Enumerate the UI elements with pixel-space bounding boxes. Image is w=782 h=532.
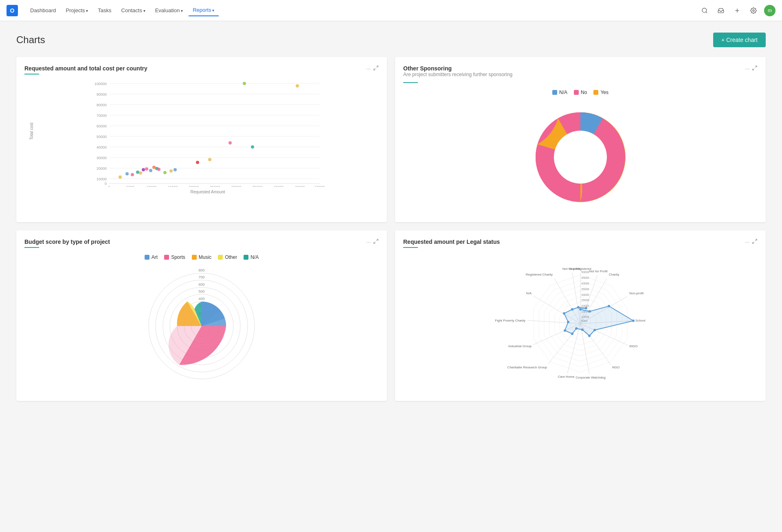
svg-point-52 xyxy=(169,169,173,173)
svg-point-134 xyxy=(589,310,591,313)
svg-point-139 xyxy=(581,328,584,331)
legend-na-polar-label: N/A xyxy=(250,254,259,260)
polar-container: Art Sports Music Other xyxy=(24,254,379,387)
svg-point-141 xyxy=(571,333,573,335)
svg-point-58 xyxy=(243,82,246,85)
donut-chart-card: Other Sponsoring Are project submitters … xyxy=(395,57,766,222)
svg-point-50 xyxy=(157,168,160,171)
svg-point-143 xyxy=(567,321,569,323)
svg-point-54 xyxy=(196,161,199,164)
svg-text:School: School xyxy=(635,319,646,322)
legend-na-polar-dot xyxy=(244,255,248,260)
svg-text:10000: 10000 xyxy=(146,185,156,187)
legend-yes: Yes xyxy=(593,90,608,95)
search-icon[interactable] xyxy=(699,5,710,16)
svg-text:20000: 20000 xyxy=(189,185,199,187)
radar-chart-actions[interactable]: ··· xyxy=(745,239,758,245)
svg-point-137 xyxy=(593,329,596,331)
svg-text:10000: 10000 xyxy=(97,177,107,181)
more-options-icon-donut[interactable]: ··· xyxy=(745,66,749,72)
svg-text:50000: 50000 xyxy=(581,271,589,274)
more-options-icon-polar[interactable]: ··· xyxy=(366,239,371,245)
create-chart-button[interactable]: + Create chart xyxy=(713,33,766,47)
legend-na-label: N/A xyxy=(559,90,567,95)
svg-point-0 xyxy=(702,8,707,13)
nav-reports[interactable]: Reports xyxy=(189,4,218,16)
more-options-icon-radar[interactable]: ··· xyxy=(745,239,749,245)
svg-text:Not for Profit: Not for Profit xyxy=(589,269,608,273)
svg-line-82 xyxy=(753,242,754,243)
legend-other-dot xyxy=(218,255,223,260)
navbar: O Dashboard Projects Tasks Contacts Eval… xyxy=(0,0,782,21)
svg-text:NGO: NGO xyxy=(612,366,619,369)
inbox-icon[interactable] xyxy=(715,5,727,16)
legend-sports-dot xyxy=(164,255,169,260)
user-avatar[interactable]: m xyxy=(764,5,775,16)
svg-text:20000: 20000 xyxy=(581,304,589,307)
expand-icon[interactable] xyxy=(373,65,379,72)
scatter-chart-actions[interactable]: ··· xyxy=(366,65,379,72)
polar-chart-header: Budget score by type of project ··· xyxy=(24,239,379,245)
donut-chart-actions[interactable]: ··· xyxy=(745,65,758,72)
legend-music-dot xyxy=(192,255,197,260)
svg-text:Not for profit: Not for profit xyxy=(562,267,581,271)
svg-point-51 xyxy=(163,171,167,174)
svg-text:60000: 60000 xyxy=(97,124,107,128)
scatter-svg: 100000 90000 80000 70000 60000 50000 400… xyxy=(37,81,379,187)
svg-point-43 xyxy=(136,171,139,174)
svg-point-144 xyxy=(563,312,565,315)
svg-text:Registered Charity: Registered Charity xyxy=(526,273,553,276)
nav-dashboard[interactable]: Dashboard xyxy=(26,5,60,16)
svg-text:15000: 15000 xyxy=(167,185,178,187)
legend-yes-dot xyxy=(593,90,598,95)
legend-na-polar: N/A xyxy=(244,254,259,260)
svg-line-1 xyxy=(706,12,707,13)
scatter-chart-title: Requested amount and total cost per coun… xyxy=(24,65,147,72)
svg-text:30000: 30000 xyxy=(581,293,589,296)
more-options-icon[interactable]: ··· xyxy=(366,66,371,72)
svg-point-147 xyxy=(585,307,587,309)
legend-no-label: No xyxy=(581,90,587,95)
donut-chart-subtitle: Are project submitters receiving further… xyxy=(403,72,512,77)
app-logo[interactable]: O xyxy=(7,5,18,16)
svg-text:50000: 50000 xyxy=(97,135,107,139)
add-icon[interactable] xyxy=(731,5,743,16)
donut-chart-title: Other Sponsoring xyxy=(403,65,452,72)
svg-point-47 xyxy=(149,169,152,172)
polar-chart-actions[interactable]: ··· xyxy=(366,239,379,245)
svg-point-57 xyxy=(251,145,254,149)
expand-icon-radar[interactable] xyxy=(752,239,758,245)
legend-sports-label: Sports xyxy=(171,254,185,260)
svg-line-81 xyxy=(755,239,757,241)
nav-items: Dashboard Projects Tasks Contacts Evalua… xyxy=(26,4,699,16)
main-content: Charts + Create chart Requested amount a… xyxy=(0,21,782,412)
expand-icon-donut[interactable] xyxy=(752,65,758,72)
polar-chart-title: Budget score by type of project xyxy=(24,239,110,245)
svg-text:Non-profit: Non-profit xyxy=(629,291,644,295)
svg-text:40000: 40000 xyxy=(97,145,107,149)
svg-text:N/A: N/A xyxy=(526,291,532,295)
nav-evaluation[interactable]: Evaluation xyxy=(151,5,187,16)
nav-contacts[interactable]: Contacts xyxy=(117,5,149,16)
svg-line-6 xyxy=(374,68,376,70)
svg-point-145 xyxy=(571,308,573,311)
page-title: Charts xyxy=(16,34,45,46)
legend-art-label: Art xyxy=(152,254,158,260)
radar-chart-card: Requested amount per Legal status ··· xyxy=(395,230,766,401)
svg-text:0: 0 xyxy=(105,182,107,186)
svg-point-48 xyxy=(152,166,156,169)
svg-text:20000: 20000 xyxy=(97,166,107,171)
svg-text:30000: 30000 xyxy=(231,185,241,187)
nav-tasks[interactable]: Tasks xyxy=(94,5,115,16)
svg-text:Charitable Research Group: Charitable Research Group xyxy=(507,366,547,369)
nav-projects[interactable]: Projects xyxy=(62,5,92,16)
legend-other-label: Other xyxy=(225,254,237,260)
svg-point-64 xyxy=(554,131,607,184)
svg-line-66 xyxy=(374,242,376,243)
settings-icon[interactable] xyxy=(748,5,759,16)
svg-point-56 xyxy=(228,141,232,144)
legend-other: Other xyxy=(218,254,237,260)
donut-chart-divider xyxy=(403,82,418,83)
expand-icon-polar[interactable] xyxy=(373,239,379,245)
scatter-chart-header: Requested amount and total cost per coun… xyxy=(24,65,379,72)
